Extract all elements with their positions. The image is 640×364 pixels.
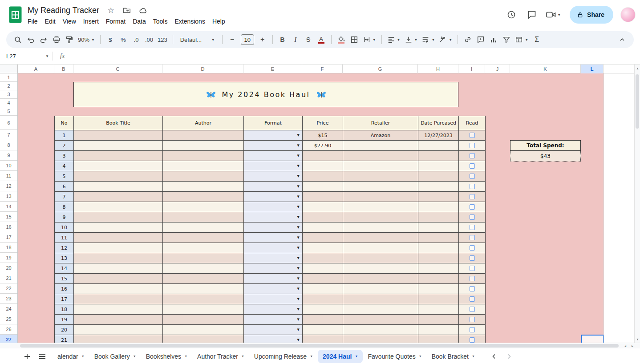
decrease-font-size-button[interactable]: − xyxy=(226,33,239,46)
column-header-F[interactable]: F xyxy=(302,65,343,73)
row-header-18[interactable]: 18 xyxy=(0,243,17,253)
cell-date[interactable] xyxy=(418,243,459,253)
cell-title[interactable] xyxy=(74,315,163,325)
column-header-E[interactable]: E xyxy=(243,65,302,73)
dropdown-arrow-icon[interactable]: ▼ xyxy=(297,277,300,280)
dropdown-arrow-icon[interactable]: ▼ xyxy=(297,287,300,291)
cell-price[interactable] xyxy=(303,335,343,343)
read-checkbox[interactable] xyxy=(470,225,475,230)
cell-no[interactable]: 7 xyxy=(55,192,74,202)
cell-title[interactable] xyxy=(74,284,163,294)
row-header-1[interactable]: 1 xyxy=(0,73,17,82)
insert-link-icon[interactable] xyxy=(462,33,474,46)
version-history-icon[interactable] xyxy=(502,5,521,24)
sheet-canvas[interactable]: My 2024 Book Haul NoBook TitleAuthorForm… xyxy=(18,73,604,343)
cell-format-dropdown[interactable]: ▼ xyxy=(244,212,303,222)
scroll-up-icon[interactable]: ▴ xyxy=(635,65,640,71)
vertical-scrollbar[interactable]: ▴ ▾ xyxy=(634,65,640,343)
cell-retailer[interactable] xyxy=(343,222,418,233)
insert-comment-icon[interactable] xyxy=(474,33,487,46)
column-header-D[interactable]: D xyxy=(162,65,243,73)
chevron-down-icon[interactable]: ▼ xyxy=(355,355,358,358)
row-header-6[interactable]: 6 xyxy=(0,116,17,130)
cell-author[interactable] xyxy=(163,141,244,151)
dropdown-arrow-icon[interactable]: ▼ xyxy=(297,174,300,178)
cell-no[interactable]: 5 xyxy=(55,171,74,182)
cell-title[interactable] xyxy=(74,182,163,192)
cell-title[interactable] xyxy=(74,161,163,171)
cell-date[interactable] xyxy=(418,151,459,161)
cell-price[interactable] xyxy=(303,243,343,253)
cell-title[interactable] xyxy=(74,171,163,182)
dropdown-arrow-icon[interactable]: ▼ xyxy=(297,185,300,188)
cell-author[interactable] xyxy=(163,202,244,212)
cell-format-dropdown[interactable]: ▼ xyxy=(244,233,303,243)
chevron-down-icon[interactable]: ▼ xyxy=(45,54,49,58)
row-header-21[interactable]: 21 xyxy=(0,273,17,283)
read-checkbox[interactable] xyxy=(470,307,475,312)
row-header-3[interactable]: 3 xyxy=(0,90,17,99)
fill-color-button[interactable] xyxy=(335,33,348,46)
bold-button[interactable]: B xyxy=(276,33,289,46)
read-checkbox[interactable] xyxy=(470,153,475,158)
read-checkbox[interactable] xyxy=(470,184,475,189)
row-header-26[interactable]: 26 xyxy=(0,324,17,335)
cell-price[interactable]: $27.90 xyxy=(303,141,343,151)
dropdown-arrow-icon[interactable]: ▼ xyxy=(297,133,300,137)
read-checkbox[interactable] xyxy=(470,286,475,291)
dropdown-arrow-icon[interactable]: ▼ xyxy=(297,246,300,250)
cell-price[interactable] xyxy=(303,233,343,243)
sheet-tab-bookshelves[interactable]: Bookshelves▼ xyxy=(141,348,192,364)
read-checkbox[interactable] xyxy=(470,143,475,148)
column-header-L[interactable]: L xyxy=(581,65,604,73)
cell-no[interactable]: 19 xyxy=(55,315,74,325)
meet-icon[interactable]: ▼ xyxy=(543,10,563,19)
row-header-11[interactable]: 11 xyxy=(0,171,17,181)
insert-chart-icon[interactable] xyxy=(487,33,500,46)
row-header-5[interactable]: 5 xyxy=(0,107,17,116)
cell-date[interactable] xyxy=(418,212,459,222)
decrease-decimal-button[interactable]: .0 xyxy=(130,33,142,46)
cell-date[interactable]: 12/27/2023 xyxy=(418,130,459,141)
column-header-I[interactable]: I xyxy=(458,65,485,73)
borders-button[interactable] xyxy=(348,33,361,46)
cell-price[interactable] xyxy=(303,202,343,212)
cell-price[interactable] xyxy=(303,171,343,182)
chevron-down-icon[interactable]: ▼ xyxy=(184,355,187,358)
cell-date[interactable] xyxy=(418,171,459,182)
cell-author[interactable] xyxy=(163,294,244,304)
menu-view[interactable]: View xyxy=(59,17,80,26)
more-formats-button[interactable]: 123 xyxy=(156,33,169,46)
menu-insert[interactable]: Insert xyxy=(80,17,102,26)
cell-author[interactable] xyxy=(163,243,244,253)
menu-help[interactable]: Help xyxy=(209,17,229,26)
cell-title[interactable] xyxy=(74,335,163,343)
cell-format-dropdown[interactable]: ▼ xyxy=(244,171,303,182)
document-title[interactable]: My Reading Tracker xyxy=(28,6,99,15)
dropdown-arrow-icon[interactable]: ▼ xyxy=(297,215,300,219)
text-color-button[interactable]: A xyxy=(315,33,328,46)
chevron-down-icon[interactable]: ▼ xyxy=(472,355,475,358)
cell-retailer[interactable]: Amazon xyxy=(343,130,418,141)
cell-date[interactable] xyxy=(418,325,459,335)
cell-no[interactable]: 11 xyxy=(55,233,74,243)
cell-retailer[interactable] xyxy=(343,141,418,151)
read-checkbox[interactable] xyxy=(470,255,475,261)
cell-format-dropdown[interactable]: ▼ xyxy=(244,141,303,151)
cell-no[interactable]: 12 xyxy=(55,243,74,253)
cell-date[interactable] xyxy=(418,294,459,304)
sheet-tab-book-gallery[interactable]: Book Gallery▼ xyxy=(89,348,141,364)
cell-format-dropdown[interactable]: ▼ xyxy=(244,304,303,315)
menu-extensions[interactable]: Extensions xyxy=(171,17,208,26)
cell-retailer[interactable] xyxy=(343,335,418,343)
collapse-toolbar-icon[interactable] xyxy=(616,33,628,46)
cell-no[interactable]: 6 xyxy=(55,182,74,192)
vertical-scroll-thumb[interactable] xyxy=(636,74,639,129)
cell-title[interactable] xyxy=(74,141,163,151)
cell-no[interactable]: 17 xyxy=(55,294,74,304)
cell-author[interactable] xyxy=(163,315,244,325)
avatar[interactable] xyxy=(620,7,636,22)
row-header-10[interactable]: 10 xyxy=(0,161,17,171)
cell-date[interactable] xyxy=(418,182,459,192)
read-checkbox[interactable] xyxy=(470,296,475,302)
